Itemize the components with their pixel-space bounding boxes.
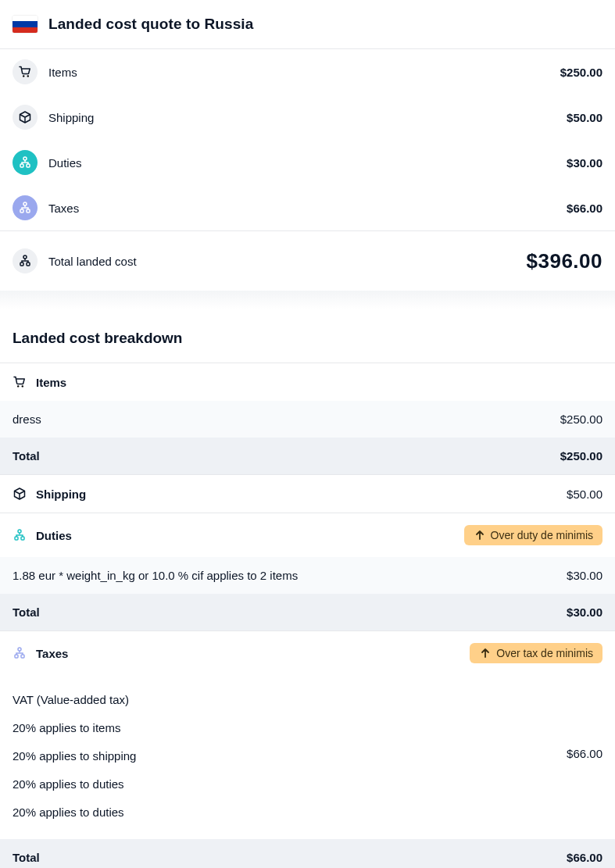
taxes-icon — [13, 195, 38, 220]
breakdown-taxes-total-label: Total — [13, 851, 40, 864]
summary-total-label: Total landed cost — [48, 255, 137, 268]
breakdown-duties-line-text: 1.88 eur * weight_in_kg or 10.0 % cif ap… — [13, 569, 298, 582]
tax-deminimis-badge: Over tax de minimis — [470, 643, 602, 663]
breakdown-duties-line: 1.88 eur * weight_in_kg or 10.0 % cif ap… — [0, 557, 615, 594]
breakdown-taxes-header: Taxes Over tax de minimis — [0, 630, 615, 675]
quote-header: Landed cost quote to Russia — [0, 0, 615, 48]
summary-duties-amount: $30.00 — [567, 156, 602, 170]
breakdown-taxes-detail: VAT (Value-added tax) 20% applies to ite… — [0, 675, 615, 839]
summary-taxes-amount: $66.00 — [567, 202, 602, 215]
breakdown-title: Landed cost breakdown — [0, 309, 615, 363]
breakdown-duties-line-amount: $30.00 — [567, 569, 602, 582]
summary-items-label: Items — [48, 66, 77, 79]
breakdown-items-total: Total $250.00 — [0, 438, 615, 474]
box-icon — [13, 105, 38, 130]
tax-badge-text: Over tax de minimis — [496, 647, 593, 659]
summary-row-duties: Duties $30.00 — [0, 140, 615, 185]
vat-line: 20% applies to items — [13, 714, 136, 742]
summary-shipping-amount: $50.00 — [567, 111, 602, 124]
russia-flag-icon — [13, 16, 38, 33]
summary-total-amount: $396.00 — [527, 249, 602, 273]
page-title: Landed cost quote to Russia — [48, 16, 253, 33]
arrow-up-icon — [479, 647, 492, 659]
summary-duties-label: Duties — [48, 156, 82, 170]
summary-shipping-label: Shipping — [48, 111, 94, 124]
breakdown-duties-total: Total $30.00 — [0, 594, 615, 630]
duty-deminimis-badge: Over duty de minimis — [464, 525, 602, 545]
breakdown-shipping-header: Shipping $50.00 — [0, 474, 615, 513]
summary-taxes-label: Taxes — [48, 202, 79, 215]
section-spacer — [0, 291, 615, 309]
summary-row-shipping: Shipping $50.00 — [0, 95, 615, 140]
vat-line: 20% applies to duties — [13, 798, 136, 827]
breakdown-shipping-label: Shipping — [36, 488, 86, 501]
breakdown-duties-header: Duties Over duty de minimis — [0, 513, 615, 557]
vat-heading: VAT (Value-added tax) — [13, 681, 136, 714]
breakdown-duties-total-amount: $30.00 — [567, 605, 602, 619]
summary-total-row: Total landed cost $396.00 — [0, 230, 615, 291]
breakdown-items-header: Items — [0, 363, 615, 401]
summary-items-amount: $250.00 — [560, 66, 602, 79]
duties-icon — [13, 528, 27, 542]
breakdown-items-total-label: Total — [13, 449, 40, 463]
breakdown-taxes-total: Total $66.00 — [0, 839, 615, 868]
breakdown-taxes-total-amount: $66.00 — [567, 851, 602, 864]
cart-icon — [13, 375, 27, 389]
breakdown-taxes-label: Taxes — [36, 647, 68, 660]
cart-icon — [13, 59, 38, 84]
breakdown-shipping-amount: $50.00 — [567, 488, 602, 501]
total-icon — [13, 248, 38, 273]
vat-line: 20% applies to shipping — [13, 742, 136, 770]
breakdown-item-name: dress — [13, 413, 41, 426]
vat-line: 20% applies to duties — [13, 770, 136, 798]
summary-row-items: Items $250.00 — [0, 49, 615, 95]
duties-icon — [13, 150, 38, 175]
breakdown-duties-label: Duties — [36, 529, 72, 542]
taxes-icon — [13, 646, 27, 660]
summary-card: Items $250.00 Shipping $50.00 Duties $30… — [0, 48, 615, 291]
breakdown-taxes-amount: $66.00 — [567, 745, 602, 763]
arrow-up-icon — [474, 529, 486, 541]
breakdown-item-amount: $250.00 — [560, 413, 602, 426]
breakdown-items-label: Items — [36, 376, 66, 389]
summary-row-taxes: Taxes $66.00 — [0, 185, 615, 230]
breakdown-items-total-amount: $250.00 — [560, 449, 602, 463]
duty-badge-text: Over duty de minimis — [491, 529, 593, 541]
breakdown-items-line: dress $250.00 — [0, 401, 615, 438]
breakdown-duties-total-label: Total — [13, 605, 40, 619]
box-icon — [13, 487, 27, 501]
